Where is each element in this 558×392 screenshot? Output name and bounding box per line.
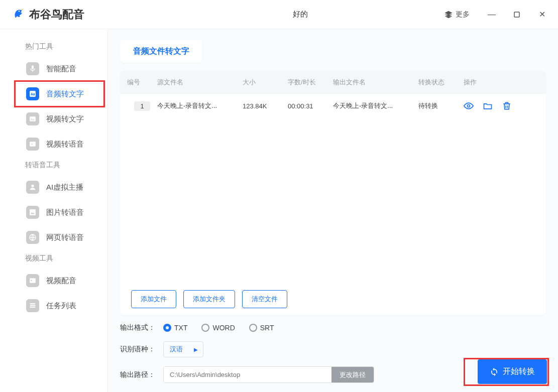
sidebar-item-label: 视频配音 bbox=[46, 276, 76, 286]
language-select[interactable]: 汉语 ▶ bbox=[163, 341, 203, 357]
column-header: 大小 bbox=[243, 78, 288, 87]
radio-label: WORD bbox=[212, 324, 235, 332]
path-input[interactable] bbox=[164, 367, 331, 382]
svg-text:Aa: Aa bbox=[31, 118, 35, 121]
column-header: 转换状态 bbox=[418, 78, 464, 87]
format-label: 输出格式： bbox=[120, 323, 155, 332]
format-radio-word[interactable]: WORD bbox=[201, 324, 235, 332]
app-logo: 布谷鸟配音 bbox=[9, 7, 84, 23]
sidebar-section-title: 热门工具 bbox=[0, 38, 107, 56]
sidebar-item-video-text[interactable]: Aa视频转文字 bbox=[0, 106, 107, 132]
refresh-icon bbox=[490, 367, 499, 376]
radio-circle-icon bbox=[163, 324, 171, 332]
radio-circle-icon bbox=[201, 324, 209, 332]
main-panel: 音频文件转文字 编号源文件名大小字数/时长输出文件名转换状态操作 1 今天晚上-… bbox=[108, 29, 558, 392]
svg-point-0 bbox=[19, 11, 20, 12]
column-header: 字数/时长 bbox=[288, 78, 333, 87]
sidebar-item-video-dub[interactable]: 视频配音 bbox=[0, 268, 107, 293]
language-row: 识别语种： 汉语 ▶ bbox=[120, 341, 546, 357]
file-size: 123.84K bbox=[243, 102, 288, 110]
sidebar-item-label: 任务列表 bbox=[46, 301, 76, 311]
svg-rect-10 bbox=[30, 278, 36, 283]
radio-label: SRT bbox=[260, 324, 274, 332]
ai-avatar-icon bbox=[26, 181, 39, 194]
sidebar: 热门工具智能配音Aa音频转文字Aa视频转文字视频转语音转语音工具AI虚拟主播图片… bbox=[0, 29, 108, 392]
titlebar: 布谷鸟配音 好的 更多 — ✕ bbox=[0, 0, 558, 29]
sidebar-item-label: 智能配音 bbox=[46, 64, 76, 74]
sidebar-item-audio-text[interactable]: Aa音频转文字 bbox=[0, 81, 107, 106]
add-file-button[interactable]: 添加文件 bbox=[131, 290, 176, 308]
start-convert-button[interactable]: 开始转换 bbox=[478, 359, 547, 384]
svg-point-11 bbox=[31, 280, 32, 282]
path-label: 输出路径： bbox=[120, 370, 155, 379]
sidebar-item-label: 视频转文字 bbox=[46, 114, 84, 124]
radio-label: TXT bbox=[174, 324, 187, 332]
sidebar-item-video-audio[interactable]: 视频转语音 bbox=[0, 132, 107, 157]
sidebar-item-label: 视频转语音 bbox=[46, 140, 84, 149]
mic-icon bbox=[26, 62, 39, 75]
table-actions: 添加文件 添加文件夹 清空文件 bbox=[120, 290, 546, 308]
row-ops bbox=[464, 101, 534, 111]
sidebar-item-ai-avatar[interactable]: AI虚拟主播 bbox=[0, 175, 107, 200]
lang-label: 识别语种： bbox=[120, 345, 155, 354]
svg-point-12 bbox=[468, 105, 470, 107]
more-label: 更多 bbox=[456, 10, 470, 19]
row-index: 1 bbox=[134, 101, 150, 111]
start-label: 开始转换 bbox=[503, 366, 535, 377]
titlebar-right: 更多 — ✕ bbox=[440, 8, 549, 22]
sidebar-item-tasks[interactable]: 任务列表 bbox=[0, 293, 107, 318]
output-format-row: 输出格式： TXTWORDSRT bbox=[120, 323, 546, 332]
clear-files-button[interactable]: 清空文件 bbox=[242, 290, 287, 308]
maximize-button[interactable] bbox=[510, 8, 524, 22]
sidebar-item-mic[interactable]: 智能配音 bbox=[0, 56, 107, 81]
add-folder-button[interactable]: 添加文件夹 bbox=[183, 290, 235, 308]
video-dub-icon bbox=[26, 274, 39, 287]
close-button[interactable]: ✕ bbox=[535, 8, 549, 22]
format-radio-srt[interactable]: SRT bbox=[249, 324, 274, 332]
sidebar-item-image-audio[interactable]: 图片转语音 bbox=[0, 200, 107, 225]
video-audio-icon bbox=[26, 138, 39, 151]
trash-icon[interactable] bbox=[502, 101, 512, 111]
column-header: 编号 bbox=[127, 78, 157, 87]
column-header: 输出文件名 bbox=[333, 78, 418, 87]
out-filename: 今天晚上-录音转文... bbox=[333, 101, 418, 110]
path-input-group: 更改路径 bbox=[163, 366, 374, 383]
svg-rect-1 bbox=[514, 12, 519, 17]
bird-icon bbox=[9, 7, 25, 23]
tab-title: 音频文件转文字 bbox=[120, 40, 202, 63]
footer-controls: 输出格式： TXTWORDSRT 识别语种： 汉语 ▶ 输出路径： 更改路径 开 bbox=[120, 323, 546, 383]
svg-rect-8 bbox=[30, 209, 36, 215]
video-text-icon: Aa bbox=[26, 112, 39, 125]
file-table: 编号源文件名大小字数/时长输出文件名转换状态操作 1 今天晚上-录音转文... … bbox=[120, 71, 546, 315]
sidebar-item-label: 音频转文字 bbox=[46, 89, 84, 99]
tasks-icon bbox=[26, 299, 39, 312]
table-header: 编号源文件名大小字数/时长输出文件名转换状态操作 bbox=[120, 71, 546, 94]
web-audio-icon bbox=[26, 231, 39, 244]
audio-text-icon: Aa bbox=[26, 87, 39, 100]
format-radio-txt[interactable]: TXT bbox=[163, 324, 187, 332]
sidebar-item-label: 网页转语音 bbox=[46, 233, 84, 242]
sidebar-item-label: AI虚拟主播 bbox=[46, 183, 83, 192]
src-filename: 今天晚上-录音转文... bbox=[157, 101, 243, 110]
svg-point-7 bbox=[31, 185, 34, 187]
more-button[interactable]: 更多 bbox=[440, 8, 474, 21]
stack-icon bbox=[444, 11, 453, 19]
duration: 00:00:31 bbox=[288, 102, 333, 110]
table-row[interactable]: 1 今天晚上-录音转文... 123.84K 00:00:31 今天晚上-录音转… bbox=[120, 94, 546, 118]
folder-icon[interactable] bbox=[483, 101, 493, 111]
sidebar-section-title: 转语音工具 bbox=[0, 157, 107, 175]
radio-circle-icon bbox=[249, 324, 257, 332]
image-audio-icon bbox=[26, 206, 39, 219]
eye-icon[interactable] bbox=[464, 101, 474, 111]
sidebar-section-title: 视频工具 bbox=[0, 250, 107, 268]
minimize-button[interactable]: — bbox=[485, 8, 499, 22]
language-value: 汉语 bbox=[170, 345, 183, 353]
column-header: 操作 bbox=[464, 78, 534, 87]
change-path-button[interactable]: 更改路径 bbox=[331, 367, 374, 382]
sidebar-item-label: 图片转语音 bbox=[46, 208, 84, 217]
square-icon bbox=[514, 12, 520, 18]
chevron-right-icon: ▶ bbox=[194, 347, 198, 352]
sidebar-item-web-audio[interactable]: 网页转语音 bbox=[0, 225, 107, 250]
title-center-text: 好的 bbox=[84, 10, 440, 19]
svg-text:Aa: Aa bbox=[31, 92, 35, 96]
